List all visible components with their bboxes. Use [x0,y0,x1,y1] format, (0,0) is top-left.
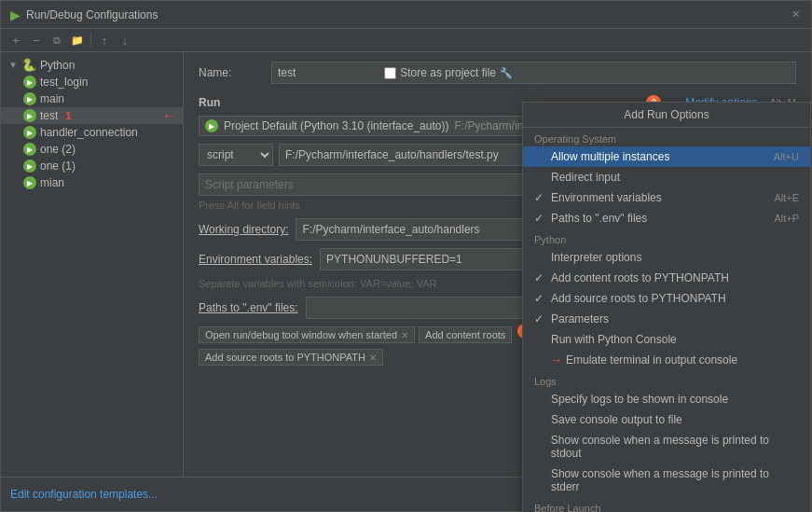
dropdown-item-interpreter[interactable]: Interpreter options [523,247,810,268]
dropdown-item-emulate-terminal[interactable]: → Emulate terminal in output console [523,350,810,370]
dropdown-label-redirect: Redirect input [551,171,620,184]
python-group-label: Python [40,59,75,72]
dropdown-label-show-stderr: Show console when a message is printed t… [551,467,799,493]
config-icon-test_login: ▶ [23,76,36,89]
title-actions: ✕ [789,8,802,21]
check-content-icon: ✓ [534,271,545,284]
sidebar-item-main[interactable]: ▶ main [1,90,183,107]
section-label-logs: Logs [523,370,810,389]
close-button[interactable]: ✕ [789,8,802,21]
sidebar: ▼ 🐍 Python ▶ test_login ▶ main ▶ test 1 … [1,52,184,477]
dropdown-label-emulate-terminal: Emulate terminal in output console [566,353,737,367]
dialog-title: Run/Debug Configurations [26,8,158,21]
sidebar-label-handler: handler_connection [40,126,138,139]
dropdown-label-save-console: Save console output to file [551,413,682,426]
store-project-label: Store as project file [400,66,496,79]
add-run-options-dropdown: Add Run Options Operating System Allow m… [522,102,811,512]
tag1-close-icon[interactable]: ✕ [401,330,408,340]
working-dir-label: Working directory: [199,223,288,236]
env-vars-label: Environment variables: [199,253,312,266]
dropdown-label-add-source: Add source roots to PYTHONPATH [551,292,726,305]
config-icon-one1: ▶ [23,159,36,173]
sidebar-item-test[interactable]: ▶ test 1 ← [1,107,183,124]
add-config-button[interactable]: + [7,31,25,49]
dropdown-label-paths-env: Paths to ".env" files [551,212,647,225]
dropdown-item-add-content[interactable]: ✓ Add content roots to PYTHONPATH [523,268,810,288]
sidebar-label-test: test [40,109,58,122]
name-label: Name: [199,66,264,79]
dropdown-item-add-source[interactable]: ✓ Add source roots to PYTHONPATH [523,288,810,309]
chevron-down-icon: ▼ [8,60,18,70]
config-icon-test: ▶ [23,109,36,122]
sidebar-label-mian: mian [40,176,64,189]
section-label-os: Operating System [523,128,810,146]
title-bar-left: ▶ Run/Debug Configurations [10,7,158,22]
sidebar-item-one1[interactable]: ▶ one (1) [1,158,183,174]
section-label-python: Python [523,228,810,247]
sidebar-item-one2[interactable]: ▶ one (2) [1,141,183,158]
dropdown-label-parameters: Parameters [551,312,609,325]
remove-config-button[interactable]: − [27,31,46,49]
python-group[interactable]: ▼ 🐍 Python [1,56,183,74]
test-arrow-icon: ← [162,108,175,123]
allow-multiple-shortcut: Alt+U [774,151,799,162]
move-up-button[interactable]: ↑ [95,31,114,49]
config-icon-handler: ▶ [23,126,36,139]
dropdown-label-specify-logs: Specify logs to be shown in console [551,393,728,406]
sidebar-item-handler_connection[interactable]: ▶ handler_connection [1,124,183,141]
paths-label: Paths to ".env" files: [199,301,298,314]
project-default-icon: ▶ [205,119,218,132]
run-label: Run [199,96,220,109]
dropdown-item-allow-multiple[interactable]: Allow multiple instances Alt+U [523,146,810,167]
dropdown-item-show-stdout[interactable]: Show console when a message is printed t… [523,430,810,464]
tag1-label: Open run/debug tool window when started [205,329,397,340]
dropdown-item-save-console[interactable]: Save console output to file [523,409,810,430]
dropdown-item-specify-logs[interactable]: Specify logs to be shown in console [523,389,810,409]
tag-open-run-debug: Open run/debug tool window when started … [199,326,415,343]
edit-templates-link[interactable]: Edit configuration templates... [10,488,158,501]
dropdown-item-env-vars[interactable]: ✓ Environment variables Alt+E [523,187,810,208]
test-badge: 1 [65,110,71,121]
title-bar: ▶ Run/Debug Configurations ✕ [1,1,811,29]
project-default-label: Project Default (Python 3.10 (interface_… [224,119,448,132]
tag3-label: Add source roots to PYTHONPATH [205,352,365,363]
copy-config-button[interactable]: ⧉ [48,31,66,49]
run-icon: ▶ [10,7,21,22]
name-row: Name: Store as project file 🔧 [199,62,796,84]
python-group-icon: 🐍 [21,58,36,72]
check-paths-icon: ✓ [534,212,545,225]
toolbar-separator [90,33,91,48]
dropdown-label-interpreter: Interpreter options [551,251,641,264]
folder-config-button[interactable]: 📁 [68,31,87,49]
dropdown-label-env-vars: Environment variables [551,191,662,204]
config-icon-one2: ▶ [23,143,36,156]
dropdown-item-parameters[interactable]: ✓ Parameters [523,309,810,329]
python-section: ▼ 🐍 Python ▶ test_login ▶ main ▶ test 1 … [1,52,183,195]
check-env-icon: ✓ [534,191,545,204]
store-project-checkbox[interactable] [384,67,396,79]
dropdown-label-add-content: Add content roots to PYTHONPATH [551,271,729,284]
arrow-icon-3: → [551,353,562,367]
tag-add-content: Add content roots [419,326,512,343]
dropdown-item-paths-env[interactable]: ✓ Paths to ".env" files Alt+P [523,208,810,228]
paths-shortcut: Alt+P [774,213,799,224]
dropdown-label-allow-multiple: Allow multiple instances [551,150,669,163]
move-down-button[interactable]: ↓ [116,31,134,49]
config-icon-main: ▶ [23,92,36,105]
name-input[interactable] [271,62,796,84]
section-label-before-launch: Before Launch [523,497,810,512]
dropdown-item-redirect-input[interactable]: Redirect input [523,167,810,187]
sidebar-item-test_login[interactable]: ▶ test_login [1,74,183,90]
dropdown-item-python-console[interactable]: Run with Python Console [523,329,810,350]
dropdown-item-show-stderr[interactable]: Show console when a message is printed t… [523,464,810,497]
check-source-icon: ✓ [534,292,545,305]
toolbar: + − ⧉ 📁 ↑ ↓ [1,29,811,52]
check-params-icon: ✓ [534,312,545,325]
sidebar-item-mian[interactable]: ▶ mian [1,174,183,191]
script-type-select[interactable]: script [199,144,273,166]
sidebar-label-main: main [40,92,64,105]
tag2-label: Add content roots [425,329,505,340]
dropdown-title: Add Run Options [523,103,810,128]
store-icon: 🔧 [500,67,513,79]
tag3-close-icon[interactable]: ✕ [369,353,377,363]
